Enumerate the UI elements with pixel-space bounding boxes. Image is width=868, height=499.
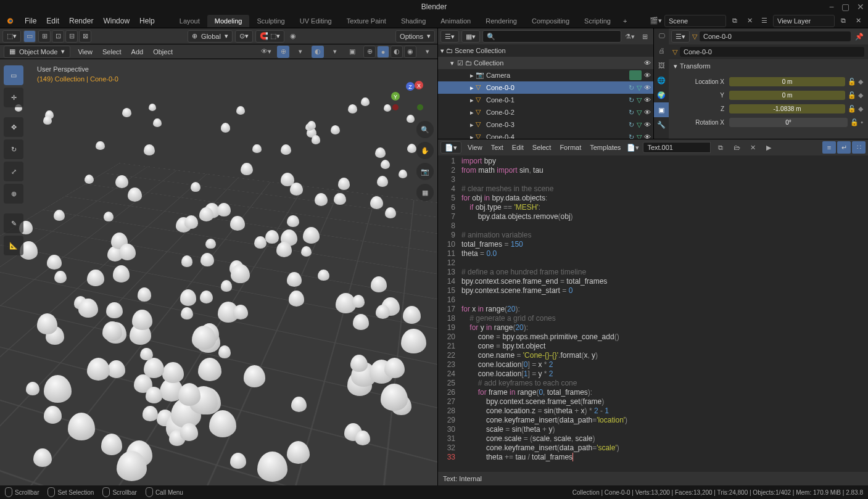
menu-help[interactable]: Help (134, 15, 160, 27)
workspace-tab-sculpting[interactable]: Sculpting (249, 15, 292, 27)
tree-item-cone-0-0[interactable]: ▸▽Cone-0-0↻▽👁 (438, 81, 653, 94)
prop-tab-output[interactable]: 🖨 (654, 43, 669, 58)
data-icon[interactable]: ▽ (637, 84, 642, 92)
text-open-icon[interactable]: 🗁 (730, 141, 743, 154)
shading-rendered-icon[interactable]: ◉ (404, 46, 416, 58)
minimize-icon[interactable]: − (829, 2, 834, 12)
visibility-toggle-icon[interactable]: 👁 (644, 72, 651, 79)
options-dropdown[interactable]: Options ▾ (395, 30, 435, 43)
tree-item-cone-0-2[interactable]: ▸▽Cone-0-2↻▽👁 (438, 106, 653, 118)
tree-item-cone-0-3[interactable]: ▸▽Cone-0-3↻▽👁 (438, 118, 653, 131)
prop-tab-viewlayer[interactable]: 🖼 (654, 58, 669, 73)
workspace-tab-layout[interactable]: Layout (172, 15, 207, 27)
tool-cursor[interactable]: ✛ (4, 88, 23, 107)
cursor-mode-2-icon[interactable]: ⊡ (52, 30, 64, 43)
workspace-tab-rendering[interactable]: Rendering (478, 15, 524, 27)
workspace-tab-uv-editing[interactable]: UV Editing (292, 15, 339, 27)
editor-type-dropdown[interactable]: ⬚▾ (2, 30, 21, 43)
visibility-toggle-icon[interactable]: 👁 (644, 59, 651, 67)
workspace-add-button[interactable]: + (618, 15, 632, 27)
text-new-icon[interactable]: ⧉ (714, 141, 727, 154)
data-icon[interactable]: ▽ (637, 133, 642, 139)
submenu-select[interactable]: Select (100, 48, 124, 56)
toggle-linenumbers-icon[interactable]: ≡ (822, 141, 836, 154)
pivot-dropdown[interactable]: ⊙▾ (235, 30, 253, 43)
workspace-tab-shading[interactable]: Shading (394, 15, 433, 27)
breadcrumb-object-name[interactable]: Cone-0-0 (680, 47, 864, 57)
link-icon[interactable]: ↻ (629, 84, 634, 92)
text-unlink-icon[interactable]: ✕ (746, 141, 759, 154)
properties-type-dropdown[interactable]: ☰▾ (671, 30, 690, 43)
link-icon[interactable]: ↻ (629, 109, 634, 117)
text-menu-select[interactable]: Select (530, 144, 554, 151)
text-menu-templates[interactable]: Templates (587, 144, 623, 151)
prop-tab-world[interactable]: 🌍 (654, 88, 669, 102)
workspace-tab-compositing[interactable]: Compositing (524, 15, 577, 27)
properties-object-name[interactable]: Cone-0-0 (700, 31, 851, 41)
close-icon[interactable]: ✕ (857, 2, 864, 12)
data-icon[interactable]: ▽ (637, 96, 642, 104)
text-menu-view[interactable]: View (465, 144, 485, 151)
link-icon[interactable]: ↻ (629, 121, 634, 129)
cursor-mode-1-icon[interactable]: ⊞ (38, 30, 51, 43)
data-icon[interactable]: ▽ (637, 121, 642, 129)
text-menu-text[interactable]: Text (489, 144, 506, 151)
lock-icon[interactable]: 🔓 ◆ (848, 78, 863, 86)
viewlayer-browse-icon[interactable]: ☰ (758, 15, 771, 27)
link-icon[interactable]: ↻ (629, 133, 634, 139)
menu-file[interactable]: File (20, 15, 41, 27)
tool-move[interactable]: ✥ (4, 117, 23, 137)
overlay-toggle-icon[interactable]: ◐ (312, 46, 324, 58)
submenu-view[interactable]: View (75, 48, 95, 56)
gizmo-dropdown-icon[interactable]: ▾ (294, 46, 307, 58)
lock-icon[interactable]: 🔓 ◆ (848, 105, 863, 113)
toggle-syntax-icon[interactable]: ∷ (852, 141, 866, 154)
outliner-display-dropdown[interactable]: ▦▾ (461, 30, 480, 43)
text-datablock-field[interactable] (643, 142, 711, 153)
cursor-mode-3-icon[interactable]: ⊟ (65, 30, 78, 43)
prop-tab-object[interactable]: ▣ (654, 102, 669, 117)
workspace-tab-animation[interactable]: Animation (433, 15, 478, 27)
transform-panel-header[interactable]: ▾ Transform (669, 59, 868, 73)
shading-wireframe-icon[interactable]: ⊕ (363, 46, 376, 58)
viewport-zoom-icon[interactable]: 🔍 (416, 121, 434, 138)
visibility-toggle-icon[interactable]: 👁 (644, 84, 651, 91)
shading-material-icon[interactable]: ◐ (391, 46, 403, 58)
outliner-filter-icon[interactable]: ⚗▾ (624, 30, 636, 43)
tool-scale[interactable]: ⤢ (4, 162, 23, 181)
outliner-search[interactable]: 🔍 (482, 30, 621, 43)
viewport-persp-icon[interactable]: ▦ (416, 184, 434, 201)
tool-annotate[interactable]: ✎ (4, 213, 23, 233)
viewport-camera-icon[interactable]: 📷 (416, 163, 434, 180)
link-icon[interactable]: ↻ (629, 96, 634, 104)
visibility-toggle-icon[interactable]: 👁 (644, 121, 651, 128)
texteditor-type-dropdown[interactable]: 📄▾ (440, 141, 461, 154)
tool-select-box[interactable]: ▭ (4, 65, 23, 85)
tool-transform[interactable]: ⊕ (4, 184, 23, 204)
lock-icon[interactable]: 🔓 • (850, 118, 863, 126)
scene-delete-icon[interactable]: ✕ (743, 15, 756, 27)
proportional-edit-icon[interactable]: ◉ (287, 30, 299, 43)
scenes-browse-icon[interactable]: 🎬▾ (650, 15, 662, 27)
code-area[interactable]: import bpyfrom math import sin, tau # cl… (459, 155, 868, 472)
outliner-type-dropdown[interactable]: ☰▾ (440, 30, 459, 43)
text-editor-body[interactable]: 1234567891011121314151617181920212223242… (438, 155, 868, 472)
orientation-dropdown[interactable]: ⊕ Global ▾ (188, 30, 233, 43)
viewport-3d[interactable]: User Perspective (149) Collection | Cone… (0, 59, 437, 485)
visibility-toggle-icon[interactable]: 👁 (644, 109, 651, 116)
tool-rotate[interactable]: ↻ (4, 139, 23, 159)
pin-icon[interactable]: 📌 (853, 30, 866, 43)
viewlayer-name-field[interactable] (773, 15, 835, 27)
data-icon[interactable]: ▽ (637, 109, 642, 117)
scene-name-field[interactable] (664, 15, 726, 27)
viewlayer-delete-icon[interactable]: ✕ (852, 15, 864, 27)
tree-item-cone-0-1[interactable]: ▸▽Cone-0-1↻▽👁 (438, 94, 653, 106)
location-x-field[interactable]: 0 m (729, 77, 845, 86)
prop-tab-modifiers[interactable]: 🔧 (654, 117, 669, 132)
workspace-tab-modeling[interactable]: Modeling (207, 15, 250, 27)
menu-edit[interactable]: Edit (41, 15, 64, 27)
text-browse-icon[interactable]: 📄▾ (627, 141, 639, 154)
run-script-icon[interactable]: ▶ (763, 141, 775, 154)
overlay-dropdown-icon[interactable]: ▾ (329, 46, 341, 58)
tool-measure[interactable]: 📐 (4, 236, 23, 255)
